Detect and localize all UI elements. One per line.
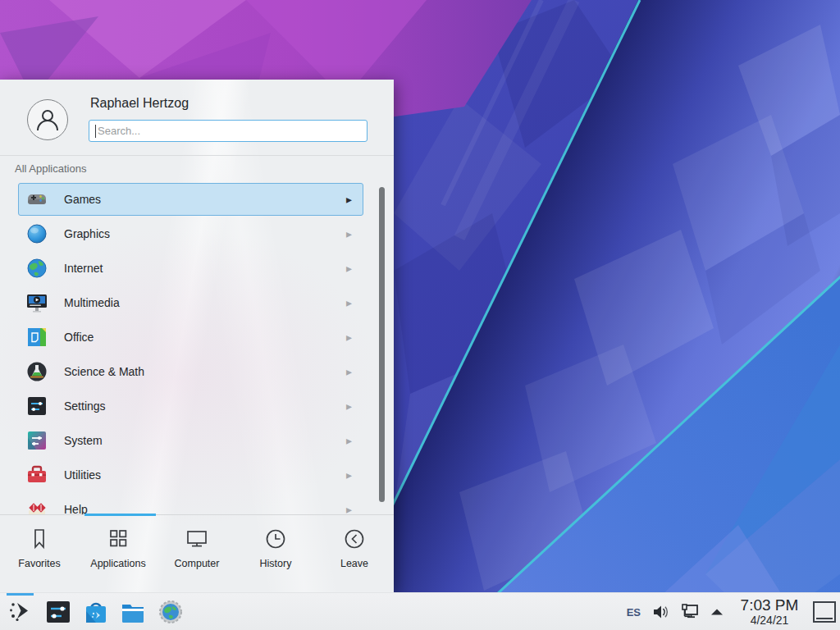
grid-icon bbox=[106, 527, 130, 551]
submenu-arrow-icon: ▸ bbox=[346, 182, 352, 217]
wired-network-icon[interactable] bbox=[680, 603, 700, 621]
konqueror-globe-icon bbox=[158, 599, 184, 625]
user-avatar[interactable] bbox=[27, 99, 68, 140]
category-games[interactable]: Games ▸ bbox=[0, 182, 394, 217]
application-launcher-menu: Raphael Hertzog All Applications Games ▸ bbox=[0, 80, 394, 592]
taskbar-app-web-browser[interactable] bbox=[158, 599, 184, 625]
tab-favorites[interactable]: Favorites bbox=[0, 518, 79, 592]
tab-label: Favorites bbox=[18, 558, 60, 569]
tab-leave[interactable]: Leave bbox=[315, 518, 394, 592]
category-label: Utilities bbox=[64, 458, 101, 492]
application-launcher-button[interactable] bbox=[6, 593, 34, 630]
category-label: Help bbox=[64, 492, 88, 514]
submenu-arrow-icon: ▸ bbox=[346, 423, 352, 458]
menu-footer-tabs: Favorites Applications Computer bbox=[0, 518, 394, 592]
computer-icon bbox=[185, 527, 209, 551]
category-label: Multimedia bbox=[64, 285, 120, 320]
submenu-arrow-icon: ▸ bbox=[346, 251, 352, 285]
leave-icon bbox=[342, 527, 367, 551]
tab-applications[interactable]: Applications bbox=[79, 518, 158, 592]
help-icon bbox=[26, 499, 48, 514]
folder-icon bbox=[120, 599, 146, 625]
category-settings[interactable]: Settings ▸ bbox=[0, 389, 394, 423]
submenu-arrow-icon: ▸ bbox=[346, 492, 352, 514]
category-label: Science & Math bbox=[64, 354, 144, 389]
category-help[interactable]: Help ▸ bbox=[0, 492, 394, 514]
submenu-arrow-icon: ▸ bbox=[346, 354, 352, 389]
header-separator bbox=[0, 155, 394, 156]
discover-icon bbox=[83, 599, 109, 625]
category-graphics[interactable]: Graphics ▸ bbox=[0, 217, 394, 251]
clock-time: 7:03 PM bbox=[734, 597, 805, 614]
text-caret bbox=[95, 125, 96, 138]
flask-icon bbox=[26, 361, 48, 382]
taskbar: ES 7:03 PM 4/24/2 bbox=[0, 592, 840, 630]
documents-icon bbox=[26, 326, 48, 348]
tab-label: Applications bbox=[90, 558, 145, 569]
submenu-arrow-icon: ▸ bbox=[346, 458, 352, 492]
digital-clock[interactable]: 7:03 PM 4/24/21 bbox=[734, 597, 805, 627]
clock-date: 4/24/21 bbox=[734, 614, 805, 627]
tab-computer[interactable]: Computer bbox=[158, 518, 236, 592]
submenu-arrow-icon: ▸ bbox=[346, 389, 352, 423]
tab-label: Leave bbox=[340, 558, 368, 569]
search-box[interactable] bbox=[89, 120, 368, 142]
gamepad-icon bbox=[26, 189, 48, 210]
tab-label: Computer bbox=[175, 558, 220, 569]
sliders-color-icon bbox=[26, 430, 48, 451]
system-settings-icon bbox=[45, 599, 71, 625]
category-internet[interactable]: Internet ▸ bbox=[0, 251, 394, 285]
category-science-math[interactable]: Science & Math ▸ bbox=[0, 354, 394, 389]
category-label: Settings bbox=[64, 389, 106, 423]
submenu-arrow-icon: ▸ bbox=[346, 217, 352, 251]
system-tray: ES 7:03 PM 4/24/2 bbox=[627, 593, 840, 630]
toolbox-icon bbox=[26, 464, 48, 486]
clock-icon bbox=[263, 527, 288, 551]
sliders-dark-icon bbox=[26, 395, 48, 417]
category-multimedia[interactable]: Multimedia ▸ bbox=[0, 285, 394, 320]
taskbar-app-file-manager[interactable] bbox=[120, 599, 146, 625]
tab-history[interactable]: History bbox=[236, 518, 315, 592]
keyboard-layout-indicator[interactable]: ES bbox=[627, 606, 641, 619]
expand-tray-arrow[interactable] bbox=[710, 607, 724, 617]
search-input[interactable] bbox=[89, 121, 367, 141]
bookmark-icon bbox=[27, 527, 52, 551]
category-label: Office bbox=[64, 320, 94, 354]
category-system[interactable]: System ▸ bbox=[0, 423, 394, 458]
category-utilities[interactable]: Utilities ▸ bbox=[0, 458, 394, 492]
show-desktop-button[interactable] bbox=[813, 601, 836, 623]
volume-icon[interactable] bbox=[652, 604, 670, 620]
category-label: Graphics bbox=[64, 217, 110, 251]
tab-label: History bbox=[260, 558, 292, 569]
footer-separator bbox=[0, 514, 394, 515]
menu-header: Raphael Hertzog bbox=[0, 80, 394, 155]
taskbar-app-system-settings[interactable] bbox=[45, 599, 71, 625]
list-scrollbar[interactable] bbox=[379, 187, 385, 502]
category-label: System bbox=[64, 423, 103, 458]
sphere-icon bbox=[26, 223, 48, 244]
monitor-play-icon bbox=[26, 292, 48, 313]
category-office[interactable]: Office ▸ bbox=[0, 320, 394, 354]
section-label: All Applications bbox=[15, 162, 86, 175]
globe-icon bbox=[26, 258, 48, 279]
user-name: Raphael Hertzog bbox=[90, 96, 189, 111]
launcher-open-indicator bbox=[7, 593, 34, 596]
category-label: Internet bbox=[64, 251, 103, 285]
submenu-arrow-icon: ▸ bbox=[346, 320, 352, 354]
category-label: Games bbox=[64, 182, 101, 217]
person-icon bbox=[34, 106, 62, 134]
kde-kickoff-icon bbox=[7, 600, 32, 623]
taskbar-app-discover[interactable] bbox=[83, 599, 109, 625]
app-category-list: Games ▸ Graphics ▸ Internet bbox=[0, 182, 394, 514]
submenu-arrow-icon: ▸ bbox=[346, 285, 352, 320]
active-tab-indicator bbox=[84, 514, 156, 516]
